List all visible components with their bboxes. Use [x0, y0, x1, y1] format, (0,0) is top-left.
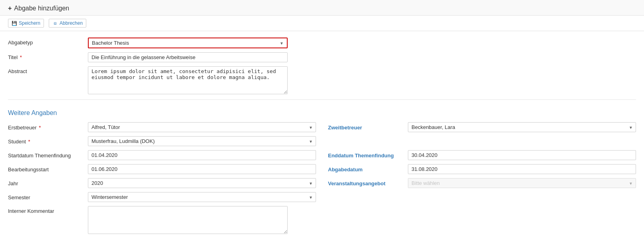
- abgabetyp-row: Abgabetyp Bachelor Thesis Master Thesis …: [8, 38, 636, 48]
- empty-row-2: [328, 192, 636, 202]
- abgabetyp-label: Abgabetyp: [8, 38, 88, 46]
- titel-required-marker: *: [18, 54, 22, 60]
- abgabetyp-control-wrap: Bachelor Thesis Master Thesis Seminararb…: [88, 38, 288, 48]
- startdatum-input[interactable]: [88, 150, 316, 160]
- bearbeitungsstart-input[interactable]: [88, 164, 316, 174]
- jahr-select[interactable]: 2020 2019 2021: [88, 178, 316, 188]
- erstbetreuer-row: Erstbetreuer * Alfred, Tütor ▼: [8, 122, 316, 132]
- weitere-angaben-title: Weitere Angaben: [8, 105, 636, 117]
- abstract-row: Abstract Lorem ipsum dolor sit amet, con…: [8, 66, 636, 95]
- empty-row-1: [328, 136, 636, 146]
- student-required-marker: *: [27, 139, 30, 145]
- student-select[interactable]: Musterfrau, Ludmilla (DOK): [88, 136, 316, 146]
- semester-control: Wintersemester Sommersemester ▼: [88, 192, 316, 202]
- cancel-icon: ⦻: [52, 20, 58, 26]
- student-row: Student * Musterfrau, Ludmilla (DOK) ▼: [8, 136, 316, 146]
- erstbetreuer-required-marker: *: [38, 125, 41, 131]
- save-icon: 💾: [12, 20, 17, 26]
- startdatum-control: [88, 150, 316, 160]
- student-control: Musterfrau, Ludmilla (DOK) ▼: [88, 136, 316, 146]
- titel-label: Titel *: [8, 52, 88, 60]
- weitere-angaben-grid: Erstbetreuer * Alfred, Tütor ▼ Zweitbetr…: [8, 122, 636, 202]
- form-section: Abgabetyp Bachelor Thesis Master Thesis …: [0, 31, 644, 236]
- enddatum-input[interactable]: [408, 150, 636, 160]
- titel-control-wrap: [88, 52, 288, 62]
- semester-select-wrap: Wintersemester Sommersemester ▼: [88, 192, 316, 202]
- veranstaltungsangebot-control: Bitte wählen ▼: [408, 178, 636, 188]
- zweitbetreuer-select-wrap: Beckenbauer, Lara ▼: [408, 122, 636, 132]
- abstract-textarea[interactable]: Lorem ipsum dolor sit amet, consectetur …: [88, 66, 288, 94]
- jahr-select-wrap: 2020 2019 2021 ▼: [88, 178, 316, 188]
- bearbeitungsstart-control: [88, 164, 316, 174]
- zweitbetreuer-row: Zweitbetreuer Beckenbauer, Lara ▼: [328, 122, 636, 132]
- titel-input[interactable]: [88, 52, 288, 62]
- save-button[interactable]: 💾 Speichern: [8, 19, 44, 28]
- enddatum-label: Enddatum Themenfindung: [328, 152, 408, 159]
- student-label: Student *: [8, 138, 88, 145]
- page-header: + Abgabe hinzufügen: [0, 0, 644, 16]
- startdatum-label: Startdatum Themenfindung: [8, 152, 88, 159]
- abgabedatum-input[interactable]: [408, 164, 636, 174]
- jahr-label: Jahr: [8, 180, 88, 186]
- veranstaltungsangebot-label: Veranstaltungsangebot: [328, 180, 408, 186]
- interner-kommentar-row: Interner Kommentar: [8, 206, 636, 235]
- page-container: + Abgabe hinzufügen 💾 Speichern ⦻ Abbrec…: [0, 0, 644, 236]
- abstract-label: Abstract: [8, 66, 88, 74]
- enddatum-row: Enddatum Themenfindung: [328, 150, 636, 160]
- abstract-control-wrap: Lorem ipsum dolor sit amet, consectetur …: [88, 66, 288, 95]
- abgabedatum-control: [408, 164, 636, 174]
- veranstaltungsangebot-select[interactable]: Bitte wählen: [408, 178, 636, 188]
- bearbeitungsstart-row: Bearbeitungsstart: [8, 164, 316, 174]
- toolbar: 💾 Speichern ⦻ Abbrechen: [0, 16, 644, 31]
- interner-kommentar-control: [88, 206, 288, 235]
- jahr-control: 2020 2019 2021 ▼: [88, 178, 316, 188]
- interner-kommentar-textarea[interactable]: [88, 206, 288, 234]
- semester-row: Semester Wintersemester Sommersemester ▼: [8, 192, 316, 202]
- titel-row: Titel *: [8, 52, 636, 62]
- bearbeitungsstart-label: Bearbeitungsstart: [8, 166, 88, 173]
- interner-kommentar-label: Interner Kommentar: [8, 206, 88, 214]
- erstbetreuer-select-wrap: Alfred, Tütor ▼: [88, 122, 316, 132]
- zweitbetreuer-control: Beckenbauer, Lara ▼: [408, 122, 636, 132]
- zweitbetreuer-label: Zweitbetreuer: [328, 124, 408, 131]
- enddatum-control: [408, 150, 636, 160]
- erstbetreuer-select[interactable]: Alfred, Tütor: [88, 122, 316, 132]
- cancel-button[interactable]: ⦻ Abbrechen: [49, 19, 86, 28]
- zweitbetreuer-select[interactable]: Beckenbauer, Lara: [408, 122, 636, 132]
- erstbetreuer-label: Erstbetreuer *: [8, 124, 88, 131]
- erstbetreuer-control: Alfred, Tütor ▼: [88, 122, 316, 132]
- abgabetyp-select-wrap: Bachelor Thesis Master Thesis Seminararb…: [88, 38, 288, 48]
- startdatum-row: Startdatum Themenfindung: [8, 150, 316, 160]
- abgabedatum-row: Abgabedatum: [328, 164, 636, 174]
- student-select-wrap: Musterfrau, Ludmilla (DOK) ▼: [88, 136, 316, 146]
- section-divider: [8, 99, 636, 100]
- jahr-row: Jahr 2020 2019 2021 ▼: [8, 178, 316, 188]
- semester-select[interactable]: Wintersemester Sommersemester: [88, 192, 316, 202]
- veranstaltungsangebot-row: Veranstaltungsangebot Bitte wählen ▼: [328, 178, 636, 188]
- semester-label: Semester: [8, 194, 88, 200]
- abgabetyp-select[interactable]: Bachelor Thesis Master Thesis Seminararb…: [89, 38, 287, 48]
- page-title: + Abgabe hinzufügen: [8, 5, 636, 12]
- veranstaltungsangebot-select-wrap: Bitte wählen ▼: [408, 178, 636, 188]
- plus-icon: +: [8, 5, 12, 12]
- abgabedatum-label: Abgabedatum: [328, 166, 408, 173]
